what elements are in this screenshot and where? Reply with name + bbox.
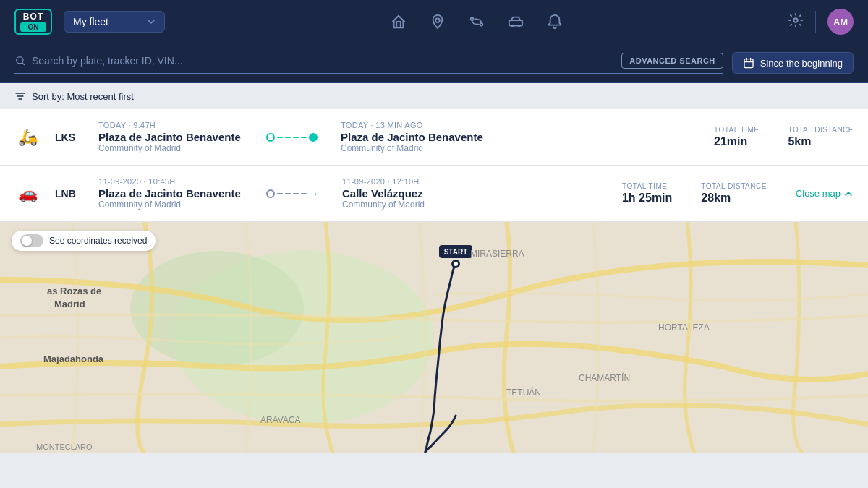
trip2-end-location: 11-09-2020 · 12:10H Calle Velázquez Comm… — [342, 177, 487, 210]
chevron-down-icon — [147, 17, 156, 26]
total-distance-stat: TOTAL DISTANCE 5km — [788, 126, 854, 148]
route-nav-icon[interactable] — [469, 14, 485, 30]
app-header: BOT ON My fleet — [0, 0, 868, 43]
total-distance-value: 5km — [788, 135, 854, 148]
close-map-button[interactable]: Close map — [796, 188, 854, 199]
total-time-stat-2: TOTAL TIME 1h 25min — [622, 182, 672, 205]
svg-point-4 — [511, 25, 514, 27]
logo-top-text: BOT — [23, 12, 43, 22]
trip-start-time: TODAY · 9:47H — [98, 121, 243, 129]
svg-rect-8 — [744, 59, 753, 68]
total-time-value: 21min — [714, 135, 759, 148]
svg-text:ARAVACA: ARAVACA — [260, 415, 301, 425]
sort-bar: Sort by: Most recent first — [0, 83, 868, 109]
location-nav-icon[interactable] — [430, 14, 446, 30]
vehicle-icon-moto: 🛵 — [14, 128, 41, 147]
trip-end-name: Plaza de Jacinto Benavente — [341, 131, 485, 143]
trip-end-location: TODAY · 13 MIN AGO Plaza de Jacinto Bena… — [341, 121, 485, 153]
route-dot-end — [309, 133, 318, 142]
svg-text:CHAMARTÍN: CHAMARTÍN — [579, 372, 630, 383]
svg-text:TETUÁN: TETUÁN — [506, 387, 541, 398]
fleet-dropdown-label: My fleet — [73, 16, 109, 27]
trip2-end-sublocation: Community of Madrid — [342, 200, 487, 210]
header-divider — [815, 11, 816, 33]
vehicle-id-lnb: LNB — [55, 188, 84, 200]
total-distance-label-2: TOTAL DISTANCE — [701, 182, 767, 190]
svg-text:HORTALEZA: HORTALEZA — [658, 322, 710, 333]
trip2-start-time: 11-09-2020 · 10:45H — [98, 177, 243, 186]
trip2-start-name: Plaza de Jacinto Benavente — [98, 187, 243, 200]
bell-nav-icon[interactable] — [547, 14, 563, 30]
total-time-label-2: TOTAL TIME — [622, 182, 672, 190]
calendar-icon — [743, 57, 754, 69]
route-arrow-plain: → — [258, 188, 328, 200]
trip-row[interactable]: 🛵 LKS TODAY · 9:47H Plaza de Jacinto Ben… — [0, 109, 868, 166]
vehicle-id-lks: LKS — [55, 132, 84, 143]
settings-icon[interactable] — [788, 12, 804, 32]
main-content: Sort by: Most recent first 🛵 LKS TODAY ·… — [0, 83, 868, 488]
search-input-wrap: ADVANCED SEARCH — [14, 53, 723, 74]
user-avatar[interactable]: AM — [827, 9, 854, 35]
svg-point-15 — [454, 262, 458, 266]
vehicle-nav-icon[interactable] — [508, 14, 524, 30]
trip-start-location: TODAY · 9:47H Plaza de Jacinto Benavente… — [98, 121, 243, 153]
svg-text:as Rozas de: as Rozas de — [47, 286, 101, 296]
trip-start-name: Plaza de Jacinto Benavente — [98, 131, 243, 143]
svg-text:Majadahonda: Majadahonda — [43, 354, 104, 364]
date-filter-label: Since the beginning — [760, 58, 843, 69]
coordinates-toggle[interactable]: See coordinates received — [12, 231, 156, 251]
total-distance-value-2: 28km — [701, 192, 767, 205]
total-time-stat: TOTAL TIME 21min — [714, 126, 759, 148]
nav-icons-group — [176, 14, 776, 30]
close-map-label: Close map — [796, 188, 841, 199]
svg-point-5 — [517, 25, 520, 27]
total-time-label: TOTAL TIME — [714, 126, 759, 134]
svg-point-0 — [435, 18, 440, 22]
trip2-end-time: 11-09-2020 · 12:10H — [342, 177, 487, 186]
date-filter-button[interactable]: Since the beginning — [732, 52, 854, 74]
search-input[interactable] — [32, 55, 616, 67]
route-dot-plain-start — [266, 189, 275, 198]
trip-end-sublocation: Community of Madrid — [341, 143, 485, 153]
vehicle-icon-car: 🚗 — [14, 184, 41, 203]
search-bar: ADVANCED SEARCH Since the beginning — [0, 43, 868, 83]
toggle-label: See coordinates received — [49, 236, 147, 246]
svg-point-11 — [130, 251, 304, 367]
home-nav-icon[interactable] — [391, 14, 407, 30]
map-background: START as Rozas de Madrid Majadahonda ARA… — [0, 222, 868, 453]
trip2-start-sublocation: Community of Madrid — [98, 200, 243, 210]
toggle-switch[interactable] — [20, 234, 43, 247]
svg-text:MIRASIERRA: MIRASIERRA — [470, 249, 524, 259]
svg-rect-3 — [509, 20, 522, 25]
header-right: AM — [788, 9, 854, 35]
trip-start-sublocation: Community of Madrid — [98, 143, 243, 153]
sort-label: Sort by: Most recent first — [32, 91, 134, 102]
svg-point-6 — [793, 18, 798, 22]
trip2-stats: TOTAL TIME 1h 25min TOTAL DISTANCE 28km … — [622, 182, 854, 205]
trip2-start-location: 11-09-2020 · 10:45H Plaza de Jacinto Ben… — [98, 177, 243, 210]
logo-bottom-text: ON — [20, 22, 46, 32]
route-arrow-end-icon: → — [309, 188, 319, 200]
search-icon — [14, 55, 26, 67]
route-dot-start — [266, 133, 275, 142]
toggle-knob — [22, 236, 32, 246]
svg-text:Madrid: Madrid — [54, 299, 85, 309]
advanced-search-button[interactable]: ADVANCED SEARCH — [621, 53, 723, 69]
chevron-up-icon — [843, 189, 854, 199]
sort-icon — [14, 90, 26, 102]
trip-end-time: TODAY · 13 MIN AGO — [341, 121, 485, 129]
total-distance-stat-2: TOTAL DISTANCE 28km — [701, 182, 767, 205]
trip-stats: TOTAL TIME 21min TOTAL DISTANCE 5km — [714, 126, 854, 148]
svg-text:START: START — [444, 248, 468, 256]
total-time-value-2: 1h 25min — [622, 192, 672, 205]
trip-row-2[interactable]: 🚗 LNB 11-09-2020 · 10:45H Plaza de Jacin… — [0, 166, 868, 222]
trip2-end-name: Calle Velázquez — [342, 187, 487, 200]
svg-text:MONTECLARO-: MONTECLARO- — [36, 442, 95, 451]
route-arrow-active — [258, 133, 326, 142]
fleet-dropdown[interactable]: My fleet — [64, 11, 165, 33]
app-logo: BOT ON — [14, 9, 52, 34]
map-area: START as Rozas de Madrid Majadahonda ARA… — [0, 222, 868, 453]
total-distance-label: TOTAL DISTANCE — [788, 126, 854, 134]
